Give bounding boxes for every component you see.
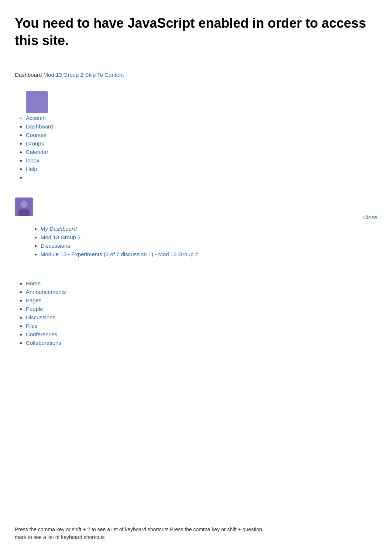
breadcrumb-item-module13: Module 13 - Experiments (3 of 7 discussi… [41, 251, 362, 257]
pages-link[interactable]: Pages [26, 297, 42, 303]
calendar-link[interactable]: Calendar [26, 149, 48, 155]
my-dashboard-link[interactable]: My Dashboard [41, 226, 77, 232]
files-link[interactable]: Files [26, 323, 38, 329]
inbox-link[interactable]: Inbox [26, 157, 39, 164]
group-nav-collaborations: Collaborations [26, 340, 377, 346]
avatar-list-item: Account [26, 91, 377, 121]
page-title: You need to have JavaScript enabled in o… [15, 15, 377, 49]
secondary-nav-section: Home Announcements Pages People Discussi… [0, 274, 392, 352]
footer-text: Press the comma key or shift + ? to see … [15, 526, 273, 541]
group-nav-people: People [26, 306, 377, 312]
close-button[interactable]: Close [363, 214, 377, 220]
avatar-placeholder [26, 91, 48, 113]
breadcrumb-dashboard-text: Dashboard [15, 72, 42, 78]
group-discussions-link[interactable]: Discussions [26, 314, 55, 320]
breadcrumb-item-dashboard: My Dashboard [41, 226, 362, 232]
dashboard-link[interactable]: Dashboard [26, 123, 53, 130]
module13-experiments-link[interactable]: Module 13 - Experiments (3 of 7 discussi… [41, 251, 198, 257]
breadcrumb-skip-link[interactable]: Skip To Content [85, 72, 124, 78]
empty-list-item [26, 174, 377, 181]
conferences-link[interactable]: Conferences [26, 331, 57, 337]
nav-item-calendar: Calendar [26, 149, 377, 155]
main-heading-section: You need to have JavaScript enabled in o… [0, 0, 392, 57]
groups-link[interactable]: Groups [26, 140, 44, 147]
avatar-row [15, 198, 377, 216]
breadcrumb-item-discussions: Discussions [41, 243, 362, 249]
nav-item-inbox: Inbox [26, 157, 377, 164]
avatar-head [20, 200, 28, 208]
nav-item-dashboard: Dashboard [26, 123, 377, 130]
nav-item-groups: Groups [26, 140, 377, 147]
group-nav-announcements: Announcements [26, 289, 377, 295]
courses-link[interactable]: Courses [26, 132, 47, 138]
discussions-breadcrumb-link[interactable]: Discussions [41, 243, 70, 249]
group-nav-files: Files [26, 323, 377, 329]
avatar-nav-section: My Dashboard Mod 13 Group 2 Discussions … [0, 194, 392, 267]
mod13-group2-link[interactable]: Mod 13 Group 2 [41, 234, 80, 240]
breadcrumb-mod13-link[interactable]: Mod 13 Group 2 [44, 72, 83, 78]
nav-item-courses: Courses [26, 132, 377, 138]
group-nav-home: Home [26, 280, 377, 286]
collaborations-link[interactable]: Collaborations [26, 340, 61, 346]
group-nav-pages: Pages [26, 297, 377, 303]
user-avatar [15, 198, 33, 216]
home-link[interactable]: Home [26, 280, 41, 286]
help-link[interactable]: Help [26, 166, 37, 172]
breadcrumb-item-mod13group2: Mod 13 Group 2 [41, 234, 362, 240]
account-link[interactable]: Account [26, 115, 46, 121]
group-nav-conferences: Conferences [26, 331, 377, 337]
group-breadcrumb-nav: My Dashboard Mod 13 Group 2 Discussions … [15, 220, 377, 263]
top-nav-section: Account Dashboard Courses Groups Calenda… [0, 85, 392, 186]
breadcrumb: Dashboard Mod 13 Group 2 Skip To Content [0, 57, 392, 85]
nav-item-help: Help [26, 166, 377, 172]
people-link[interactable]: People [26, 306, 43, 312]
group-nav-discussions: Discussions [26, 314, 377, 320]
announcements-link[interactable]: Announcements [26, 289, 66, 295]
